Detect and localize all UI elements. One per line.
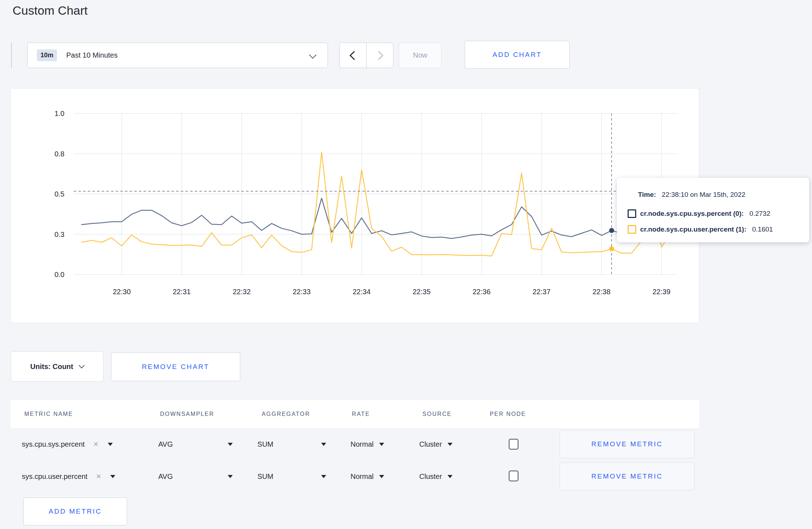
source-value: Cluster <box>419 472 442 481</box>
toolbar-divider <box>11 43 12 68</box>
svg-text:1.0: 1.0 <box>54 110 64 117</box>
dropdown-caret-icon <box>110 475 115 478</box>
series-swatch-icon <box>628 209 636 218</box>
prev-time-window-button[interactable] <box>340 43 366 68</box>
chart-panel: 0.00.30.50.81.022:3022:3122:3222:3322:34… <box>10 88 699 323</box>
downsampler-value: AVG <box>158 472 173 481</box>
rate-value: Normal <box>351 472 373 481</box>
tooltip-series-row: cr.node.sys.cpu.sys.percent (0): 0.2732 <box>628 209 770 218</box>
dropdown-caret-icon <box>448 443 453 446</box>
dropdown-caret-icon <box>379 475 384 478</box>
svg-text:22:37: 22:37 <box>532 288 550 296</box>
tooltip-time-value: 22:38:10 on Mar 15th, 2022 <box>662 191 745 198</box>
source-value: Cluster <box>419 440 442 448</box>
svg-text:0.3: 0.3 <box>54 230 64 238</box>
timescale-badge: 10m <box>37 49 57 61</box>
cpu-percent-line-chart[interactable]: 0.00.30.50.81.022:3022:3122:3222:3322:34… <box>11 88 699 323</box>
tooltip-series-row: cr.node.sys.cpu.user.percent (1): 0.1601 <box>628 225 773 234</box>
rate-value: Normal <box>351 440 373 448</box>
svg-text:0.5: 0.5 <box>54 190 64 198</box>
svg-text:22:30: 22:30 <box>113 288 131 296</box>
chart-tooltip: Time:22:38:10 on Mar 15th, 2022 cr.node.… <box>617 178 809 242</box>
tooltip-series-value: 0.1601 <box>752 225 773 233</box>
tooltip-series-value: 0.2732 <box>749 210 770 218</box>
dropdown-caret-icon <box>108 443 113 446</box>
dropdown-caret-icon <box>228 475 233 478</box>
aggregator-select[interactable]: SUM <box>257 460 326 492</box>
svg-text:22:35: 22:35 <box>412 288 430 296</box>
add-metric-button[interactable]: ADD METRIC <box>23 498 127 525</box>
units-label: Units: Count <box>30 363 73 371</box>
column-header-downsampler: DOWNSAMPLER <box>160 411 214 417</box>
now-button[interactable]: Now <box>399 43 441 68</box>
chevron-left-icon <box>349 51 358 60</box>
dropdown-caret-icon <box>321 475 326 478</box>
column-header-aggregator: AGGREGATOR <box>262 411 310 417</box>
tooltip-time-label: Time: <box>638 191 656 198</box>
metric-name-label: sys.cpu.user.percent <box>22 472 87 481</box>
per-node-checkbox[interactable] <box>509 439 518 450</box>
timescale-label: Past 10 Minutes <box>66 51 117 59</box>
metric-row: sys.cpu.sys.percent × AVG SUM Normal Clu… <box>11 428 699 460</box>
rate-select[interactable]: Normal <box>351 428 384 460</box>
dropdown-caret-icon <box>448 475 453 478</box>
remove-metric-button[interactable]: REMOVE METRIC <box>560 462 695 490</box>
dropdown-caret-icon <box>228 443 233 446</box>
svg-text:22:39: 22:39 <box>652 288 670 296</box>
chevron-down-icon <box>79 363 85 369</box>
metric-name-select[interactable]: sys.cpu.sys.percent × <box>22 428 113 460</box>
downsampler-select[interactable]: AVG <box>158 460 233 492</box>
svg-text:22:32: 22:32 <box>233 288 251 296</box>
source-select[interactable]: Cluster <box>419 460 453 492</box>
source-select[interactable]: Cluster <box>419 428 453 460</box>
svg-text:0.0: 0.0 <box>54 271 64 278</box>
column-header-source: SOURCE <box>422 411 452 417</box>
custom-chart-page: Custom Chart 10m Past 10 Minutes Now ADD… <box>0 0 812 529</box>
metric-name-select[interactable]: sys.cpu.user.percent × <box>22 460 115 492</box>
svg-text:22:31: 22:31 <box>173 288 190 296</box>
tooltip-time: Time:22:38:10 on Mar 15th, 2022 <box>638 191 745 199</box>
remove-chart-button[interactable]: REMOVE CHART <box>111 353 240 381</box>
close-icon[interactable]: × <box>93 440 98 448</box>
metric-row: sys.cpu.user.percent × AVG SUM Normal Cl… <box>11 460 699 492</box>
aggregator-value: SUM <box>257 472 273 481</box>
svg-text:22:33: 22:33 <box>293 288 310 296</box>
page-title: Custom Chart <box>13 4 88 18</box>
tooltip-series-label: cr.node.sys.cpu.sys.percent (0): <box>640 210 744 218</box>
add-chart-button[interactable]: ADD CHART <box>465 41 570 69</box>
column-header-per-node: PER NODE <box>490 411 526 417</box>
close-icon[interactable]: × <box>96 472 101 481</box>
chevron-right-icon <box>374 51 383 60</box>
downsampler-value: AVG <box>158 440 173 448</box>
metrics-table-header: METRIC NAME DOWNSAMPLER AGGREGATOR RATE … <box>11 400 699 428</box>
chevron-down-icon <box>309 51 316 59</box>
remove-metric-button[interactable]: REMOVE METRIC <box>560 430 695 458</box>
metric-name-label: sys.cpu.sys.percent <box>22 440 85 448</box>
column-header-metric-name: METRIC NAME <box>24 411 73 417</box>
svg-text:22:36: 22:36 <box>473 288 490 296</box>
timescale-select[interactable]: 10m Past 10 Minutes <box>27 43 328 68</box>
time-window-nav <box>339 43 393 68</box>
next-time-window-button[interactable] <box>366 43 393 68</box>
aggregator-value: SUM <box>257 440 273 448</box>
rate-select[interactable]: Normal <box>351 460 384 492</box>
svg-text:0.8: 0.8 <box>54 150 64 158</box>
dropdown-caret-icon <box>321 443 326 446</box>
dropdown-caret-icon <box>379 443 384 446</box>
svg-text:22:34: 22:34 <box>353 288 371 296</box>
svg-text:22:38: 22:38 <box>593 288 610 296</box>
per-node-checkbox[interactable] <box>509 471 518 481</box>
tooltip-series-label: cr.node.sys.cpu.user.percent (1): <box>640 225 746 233</box>
units-select[interactable]: Units: Count <box>11 351 103 382</box>
downsampler-select[interactable]: AVG <box>158 428 233 460</box>
aggregator-select[interactable]: SUM <box>257 428 326 460</box>
series-swatch-icon <box>628 225 636 234</box>
column-header-rate: RATE <box>352 411 370 417</box>
